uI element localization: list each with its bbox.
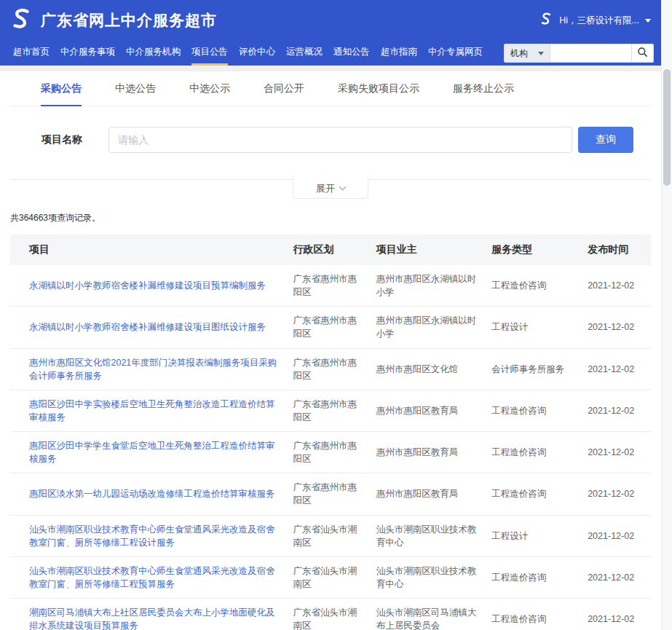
publish-date-cell: 2021-12-02 <box>580 473 651 515</box>
project-link[interactable]: 永湖镇以时小学教师宿舍楼补漏维修建设项目图纸设计服务 <box>29 322 266 332</box>
nav-item-notices[interactable]: 通知公告 <box>333 41 370 66</box>
publish-date-cell: 2021-12-02 <box>580 432 651 473</box>
table-row: 潮南区司马浦镇大布上社区居民委员会大布上小学地面硬化及排水系统建设项目预算服务 … <box>10 599 651 630</box>
service-type-cell: 工程造价咨询 <box>484 473 580 515</box>
page: 广东省网上中介服务超市 Hi，三桥设计有限... 超市首页 中介服务事项 中介服… <box>0 0 672 630</box>
site-title: 广东省网上中介服务超市 <box>41 10 217 31</box>
region-cell: 广东省惠州市惠阳区 <box>285 390 368 431</box>
expand-filters-button[interactable]: 展开 <box>293 178 368 199</box>
nav-item-operation-overview[interactable]: 运营概况 <box>286 41 323 66</box>
nav-item-evaluation-center[interactable]: 评价中心 <box>239 41 275 66</box>
site-logo-icon <box>9 7 33 34</box>
project-name-label: 项目名称 <box>41 133 108 146</box>
announcement-filter-card: 采购公告 中选公告 中选公示 合同公开 采购失败项目公示 服务终止公示 项目名称… <box>10 71 651 180</box>
results-table: 项目 行政区划 项目业主 服务类型 发布时间 永湖镇以时小学教师宿舍楼补漏维修建… <box>10 235 651 630</box>
table-row: 汕头市潮南区职业技术教育中心师生食堂通风采光改造及宿舍教室门窗、厕所等修缮工程设… <box>10 515 651 556</box>
region-cell: 广东省惠州市惠阳区 <box>285 432 368 473</box>
publish-date-cell: 2021-12-02 <box>580 556 651 598</box>
search-category-select[interactable]: 机构 <box>504 44 550 63</box>
region-cell: 广东省汕头市潮南区 <box>285 599 368 630</box>
content-column: 广东省网上中介服务超市 Hi，三桥设计有限... 超市首页 中介服务事项 中介服… <box>0 0 661 630</box>
col-header-service-type: 服务类型 <box>484 235 580 265</box>
owner-cell: 汕头市潮南区司马浦镇大布上居民委员会 <box>369 599 484 630</box>
owner-cell: 惠州市惠阳区教育局 <box>369 432 484 473</box>
owner-cell: 惠州市惠阳区永湖镇以时小学 <box>369 307 484 348</box>
tab-selection-announcements[interactable]: 中选公告 <box>115 71 156 106</box>
search-category-value: 机构 <box>510 47 528 60</box>
table-row: 惠州市惠阳区文化馆2021年度部门决算报表编制服务项目采购会计师事务所服务 广东… <box>10 348 651 390</box>
publish-date-cell: 2021-12-02 <box>580 515 651 556</box>
table-header-row: 项目 行政区划 项目业主 服务类型 发布时间 <box>10 235 651 265</box>
project-link[interactable]: 惠州市惠阳区文化馆2021年度部门决算报表编制服务项目采购会计师事务所服务 <box>29 358 277 381</box>
project-link[interactable]: 惠阳区沙田中学学生食堂后空地卫生死角整治工程造价结算审核服务 <box>29 441 275 464</box>
publish-date-cell: 2021-12-02 <box>580 390 651 431</box>
service-type-cell: 工程造价咨询 <box>484 432 580 473</box>
global-search-button[interactable] <box>632 44 654 63</box>
nav-item-project-announcements[interactable]: 项目公告 <box>191 41 228 66</box>
service-type-cell: 工程设计 <box>484 307 580 348</box>
project-link[interactable]: 汕头市潮南区职业技术教育中心师生食堂通风采光改造及宿舍教室门窗、厕所等修缮工程设… <box>29 524 275 548</box>
publish-date-cell: 2021-12-02 <box>580 307 651 348</box>
owner-cell: 惠州市惠阳区文化馆 <box>369 348 484 390</box>
global-search-input[interactable] <box>550 44 632 63</box>
project-link[interactable]: 永湖镇以时小学教师宿舍楼补漏维修建设项目预算编制服务 <box>29 280 266 291</box>
service-type-cell: 会计师事务所服务 <box>484 348 580 390</box>
query-button[interactable]: 查询 <box>578 127 633 153</box>
col-header-owner: 项目业主 <box>369 235 484 265</box>
user-menu[interactable]: Hi，三桥设计有限... <box>539 12 651 29</box>
table-row: 永湖镇以时小学教师宿舍楼补漏维修建设项目图纸设计服务 广东省惠州市惠阳区 惠州市… <box>10 307 651 348</box>
publish-date-cell: 2021-12-02 <box>580 265 651 307</box>
service-type-cell: 工程造价咨询 <box>484 599 580 630</box>
region-cell: 广东省惠州市惠阳区 <box>285 473 368 515</box>
service-type-cell: 工程造价咨询 <box>484 265 580 307</box>
tab-selection-publicity[interactable]: 中选公示 <box>189 71 230 106</box>
nav-items: 超市首页 中介服务事项 中介服务机构 项目公告 评价中心 运营概况 通知公告 超… <box>13 41 483 66</box>
scrollbar-thumb[interactable] <box>663 69 671 186</box>
project-link[interactable]: 潮南区司马浦镇大布上社区居民委员会大布上小学地面硬化及排水系统建设项目预算服务 <box>29 607 275 630</box>
service-type-cell: 工程造价咨询 <box>484 390 580 431</box>
top-header: 广东省网上中介服务超市 Hi，三桥设计有限... <box>0 0 661 41</box>
tab-service-termination-publicity[interactable]: 服务终止公示 <box>453 71 514 106</box>
main-nav: 超市首页 中介服务事项 中介服务机构 项目公告 评价中心 运营概况 通知公告 超… <box>0 41 661 66</box>
tab-procurement-announcements[interactable]: 采购公告 <box>41 71 82 106</box>
nav-item-agency-webpages[interactable]: 中介专属网页 <box>428 41 483 66</box>
region-cell: 广东省惠州市惠阳区 <box>285 265 368 307</box>
project-link[interactable]: 惠阳区淡水第一幼儿园运动场改造修缮工程造价结算审核服务 <box>29 489 275 499</box>
main-content: 采购公告 中选公告 中选公示 合同公开 采购失败项目公示 服务终止公示 项目名称… <box>0 71 661 630</box>
publish-date-cell: 2021-12-02 <box>580 348 651 390</box>
nav-item-service-items[interactable]: 中介服务事项 <box>60 41 115 66</box>
service-type-cell: 工程造价咨询 <box>484 556 580 598</box>
col-header-region: 行政区划 <box>285 235 368 265</box>
service-type-cell: 工程设计 <box>484 515 580 556</box>
search-icon <box>637 47 648 60</box>
user-org-logo-icon <box>539 12 553 29</box>
table-row: 汕头市潮南区职业技术教育中心师生食堂通风采光改造及宿舍教室门窗、厕所等修缮工程预… <box>10 556 651 598</box>
tab-failed-procurement-publicity[interactable]: 采购失败项目公示 <box>338 71 419 106</box>
project-name-input[interactable] <box>108 127 572 153</box>
chevron-down-icon <box>538 52 544 55</box>
region-cell: 广东省惠州市惠阳区 <box>285 307 368 348</box>
owner-cell: 惠州市惠阳区永湖镇以时小学 <box>369 265 484 307</box>
expand-label: 展开 <box>316 182 335 195</box>
col-header-project: 项目 <box>10 235 285 265</box>
project-link[interactable]: 惠阳区沙田中学实验楼后空地卫生死角整治改造工程造价结算审核服务 <box>29 399 275 422</box>
publish-date-cell: 2021-12-02 <box>580 599 651 630</box>
tab-contract-disclosure[interactable]: 合同公开 <box>264 71 304 106</box>
table-row: 惠阳区淡水第一幼儿园运动场改造修缮工程造价结算审核服务 广东省惠州市惠阳区 惠州… <box>10 473 651 515</box>
nav-item-home[interactable]: 超市首页 <box>13 41 50 66</box>
project-link[interactable]: 汕头市潮南区职业技术教育中心师生食堂通风采光改造及宿舍教室门窗、厕所等修缮工程预… <box>29 566 275 589</box>
region-cell: 广东省汕头市潮南区 <box>285 515 368 556</box>
col-header-publish-date: 发布时间 <box>580 235 651 265</box>
table-row: 永湖镇以时小学教师宿舍楼补漏维修建设项目预算编制服务 广东省惠州市惠阳区 惠州市… <box>10 265 651 307</box>
scrollbar-track[interactable] <box>661 0 672 630</box>
region-cell: 广东省汕头市潮南区 <box>285 556 368 598</box>
site-brand[interactable]: 广东省网上中介服务超市 <box>9 7 217 34</box>
table-row: 惠阳区沙田中学学生食堂后空地卫生死角整治工程造价结算审核服务 广东省惠州市惠阳区… <box>10 432 651 473</box>
user-greeting: Hi，三桥设计有限... <box>559 15 639 27</box>
owner-cell: 惠州市惠阳区教育局 <box>369 473 484 515</box>
owner-cell: 汕头市潮南区职业技术教育中心 <box>369 515 484 556</box>
owner-cell: 惠州市惠阳区教育局 <box>369 390 484 431</box>
nav-item-market-guide[interactable]: 超市指南 <box>381 41 417 66</box>
results-table-card: 项目 行政区划 项目业主 服务类型 发布时间 永湖镇以时小学教师宿舍楼补漏维修建… <box>10 235 651 630</box>
nav-item-service-agencies[interactable]: 中介服务机构 <box>126 41 181 66</box>
